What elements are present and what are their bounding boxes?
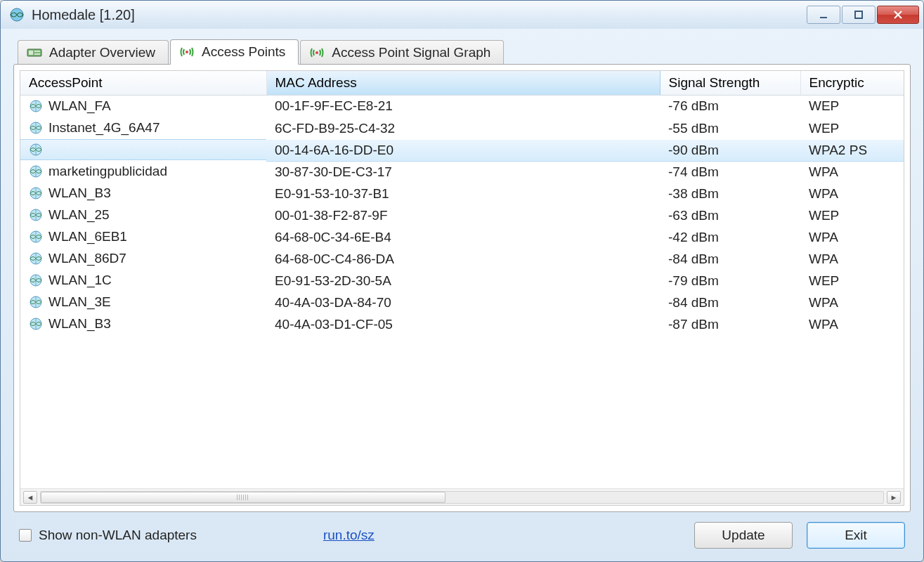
cell-mac: 40-4A-03-D1-CF-05 — [266, 313, 660, 335]
client-area: Adapter Overview Access Points Access Po… — [1, 29, 923, 561]
cell-signal: -87 dBm — [660, 313, 800, 335]
titlebar[interactable]: Homedale [1.20] — [1, 1, 923, 29]
column-header-accesspoint[interactable]: AccessPoint — [20, 71, 266, 96]
tab-access-points[interactable]: Access Points — [170, 39, 299, 65]
globe-icon — [29, 251, 43, 266]
globe-icon — [29, 208, 43, 222]
checkbox-label: Show non-WLAN adapters — [39, 528, 197, 543]
globe-icon — [29, 273, 43, 287]
cell-encryption: WPA — [800, 292, 904, 313]
table-row[interactable]: WLAN_2500-01-38-F2-87-9F-63 dBmWEP — [20, 204, 904, 226]
column-header-mac[interactable]: MAC Address — [266, 71, 660, 96]
table-row[interactable]: Instanet_4G_6A476C-FD-B9-25-C4-32-55 dBm… — [20, 117, 904, 139]
scroll-thumb[interactable] — [41, 492, 445, 503]
show-non-wlan-option[interactable]: Show non-WLAN adapters — [19, 528, 197, 543]
minimize-button[interactable] — [807, 6, 840, 24]
globe-icon — [29, 230, 43, 244]
table-row[interactable]: WLAN_86D764-68-0C-C4-86-DA-84 dBmWPA — [20, 248, 904, 270]
cell-signal: -63 dBm — [660, 204, 800, 226]
globe-icon — [29, 295, 43, 309]
cell-accesspoint: WLAN_1C — [48, 273, 112, 288]
horizontal-scrollbar[interactable]: ◄ ► — [20, 488, 904, 505]
tab-panel: AccessPoint MAC Address Signal Strength … — [13, 64, 911, 512]
cell-encryption: WPA — [800, 313, 904, 335]
table-row[interactable]: WLAN_1CE0-91-53-2D-30-5A-79 dBmWEP — [20, 270, 904, 292]
cell-encryption: WPA — [800, 183, 904, 204]
cell-mac: 00-14-6A-16-DD-E0 — [266, 139, 660, 161]
column-header-encryption[interactable]: Encryptic — [800, 71, 904, 96]
app-icon — [9, 7, 25, 22]
antenna-icon — [179, 45, 195, 59]
cell-accesspoint: WLAN_86D7 — [48, 251, 126, 266]
tab-adapter-overview[interactable]: Adapter Overview — [18, 40, 169, 65]
globe-icon — [29, 99, 43, 113]
svg-rect-2 — [855, 11, 862, 18]
window-controls — [807, 6, 919, 24]
close-button[interactable] — [877, 6, 919, 24]
column-header-signal[interactable]: Signal Strength — [660, 71, 800, 96]
cell-mac: 64-68-0C-C4-86-DA — [266, 248, 660, 270]
cell-signal: -84 dBm — [660, 292, 800, 313]
cell-encryption: WPA2 PS — [800, 139, 904, 161]
table-row[interactable]: WLAN_FA00-1F-9F-EC-E8-21-76 dBmWEP — [20, 96, 904, 118]
cell-encryption: WPA — [800, 226, 904, 248]
cell-encryption: WEP — [800, 96, 904, 118]
cell-accesspoint: WLAN_3E — [48, 294, 111, 310]
cell-encryption: WEP — [800, 204, 904, 226]
cell-mac: 00-01-38-F2-87-9F — [266, 204, 660, 226]
table-row[interactable]: 00-14-6A-16-DD-E0-90 dBmWPA2 PS — [20, 139, 904, 161]
cell-accesspoint: WLAN_FA — [48, 98, 111, 114]
tabstrip: Adapter Overview Access Points Access Po… — [13, 39, 911, 64]
update-button[interactable]: Update — [694, 522, 793, 549]
cell-signal: -38 dBm — [660, 183, 800, 204]
app-window: Homedale [1.20] Adapter Overview — [0, 0, 924, 562]
cell-signal: -84 dBm — [660, 248, 800, 270]
table-row[interactable]: WLAN_6EB164-68-0C-34-6E-B4-42 dBmWPA — [20, 226, 904, 248]
table-row[interactable]: WLAN_B3E0-91-53-10-37-B1-38 dBmWPA — [20, 183, 904, 204]
scroll-track[interactable] — [40, 491, 884, 504]
tab-label: Access Points — [202, 44, 285, 60]
footer: Show non-WLAN adapters run.to/sz Update … — [13, 512, 911, 551]
cell-mac: 40-4A-03-DA-84-70 — [266, 292, 660, 313]
access-points-list: AccessPoint MAC Address Signal Strength … — [20, 70, 904, 506]
cell-accesspoint: WLAN_B3 — [48, 185, 111, 201]
tab-signal-graph[interactable]: Access Point Signal Graph — [300, 40, 504, 65]
cell-accesspoint: marketingpublicidad — [48, 164, 167, 179]
cell-accesspoint: WLAN_6EB1 — [48, 229, 127, 244]
column-header-row: AccessPoint MAC Address Signal Strength … — [20, 71, 904, 96]
cell-mac: 64-68-0C-34-6E-B4 — [266, 226, 660, 248]
globe-icon — [29, 164, 43, 178]
cell-encryption: WEP — [800, 117, 904, 139]
globe-icon — [29, 121, 43, 135]
svg-rect-6 — [29, 51, 33, 55]
adapter-icon — [27, 46, 42, 60]
cell-encryption: WEP — [800, 270, 904, 292]
cell-signal: -79 dBm — [660, 270, 800, 292]
cell-signal: -90 dBm — [660, 139, 800, 161]
cell-mac: E0-91-53-2D-30-5A — [266, 270, 660, 292]
window-title: Homedale [1.20] — [32, 7, 135, 23]
cell-signal: -55 dBm — [660, 117, 800, 139]
cell-mac: 00-1F-9F-EC-E8-21 — [266, 96, 660, 118]
scroll-right-button[interactable]: ► — [887, 491, 901, 504]
antenna-icon — [309, 46, 325, 60]
cell-signal: -76 dBm — [660, 96, 800, 118]
svg-rect-7 — [34, 51, 40, 52]
cell-encryption: WPA — [800, 161, 904, 183]
globe-icon — [29, 317, 43, 331]
cell-accesspoint: Instanet_4G_6A47 — [48, 120, 160, 136]
globe-icon — [29, 143, 43, 157]
cell-mac: 6C-FD-B9-25-C4-32 — [266, 117, 660, 139]
table-row[interactable]: marketingpublicidad30-87-30-DE-C3-17-74 … — [20, 161, 904, 183]
table-row[interactable]: WLAN_B340-4A-03-D1-CF-05-87 dBmWPA — [20, 313, 904, 335]
table-row[interactable]: WLAN_3E40-4A-03-DA-84-70-84 dBmWPA — [20, 292, 904, 313]
cell-accesspoint: WLAN_B3 — [48, 316, 111, 332]
tab-label: Access Point Signal Graph — [332, 45, 490, 60]
website-link[interactable]: run.to/sz — [323, 528, 375, 543]
maximize-button[interactable] — [842, 6, 876, 24]
show-non-wlan-checkbox[interactable] — [19, 529, 32, 542]
scroll-left-button[interactable]: ◄ — [23, 491, 37, 504]
tab-label: Adapter Overview — [49, 45, 155, 60]
cell-accesspoint: WLAN_25 — [48, 207, 110, 223]
exit-button[interactable]: Exit — [807, 522, 905, 549]
